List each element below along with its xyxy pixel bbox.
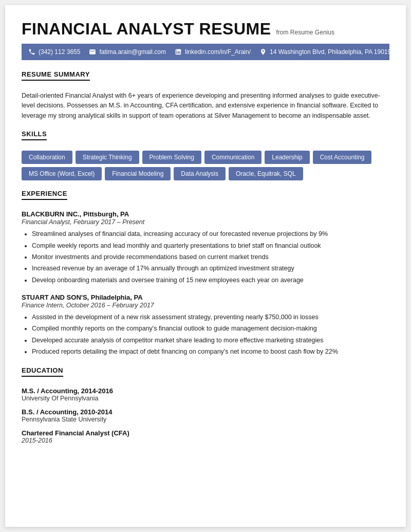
contact-linkedin: linkedin.com/in/F_Arain/ (170, 48, 255, 56)
skill-badge: Data Analysis (174, 167, 226, 180)
exp-bullet: Develop onboarding materials and oversee… (32, 276, 389, 285)
skill-badge: Oracle, Equitrak, SQL (229, 167, 303, 180)
edu-school: Pennsylvania State University (22, 416, 389, 423)
exp-bullet: Streamlined analyses of financial data, … (32, 229, 389, 239)
experience-entry: BLACKBURN INC., Pittsburgh, PAFinancial … (22, 210, 389, 285)
summary-section: RESUME SUMMARY Detail-oriented Financial… (22, 69, 389, 121)
skill-badge: Financial Modeling (105, 167, 171, 180)
from-label: from Resume Genius (276, 29, 334, 36)
email-text: fatima.arain@gmail.com (99, 48, 166, 56)
skills-title: SKILLS (22, 130, 47, 140)
email-icon (88, 48, 97, 56)
experience-entry: STUART AND SON'S, Philadelphia, PAFinanc… (22, 293, 389, 357)
education-entry: B.S. / Accounting, 2010-2014Pennsylvania… (22, 408, 389, 423)
skill-badge: Collaboration (22, 151, 72, 164)
exp-role: Finance Intern, October 2016 – February … (22, 302, 389, 309)
education-section: EDUCATION M.S. / Accounting, 2014-2016Un… (22, 365, 389, 444)
education-title: EDUCATION (22, 366, 63, 377)
linkedin-text: linkedin.com/in/F_Arain/ (185, 48, 251, 56)
skill-badge: Leadership (265, 151, 309, 164)
exp-bullets: Streamlined analyses of financial data, … (22, 229, 389, 285)
experience-title: EXPERIENCE (22, 190, 67, 200)
exp-role: Financial Analyst, February 2017 – Prese… (22, 218, 389, 226)
education-list: M.S. / Accounting, 2014-2016University O… (22, 387, 389, 444)
skill-badge: Strategic Thinking (76, 151, 139, 164)
exp-company: BLACKBURN INC., Pittsburgh, PA (22, 210, 389, 218)
summary-title: RESUME SUMMARY (22, 70, 90, 81)
skills-section: SKILLS CollaborationStrategic ThinkingPr… (22, 129, 389, 180)
edu-degree: Chartered Financial Analyst (CFA) (22, 429, 389, 437)
phone-text: (342) 112 3655 (39, 48, 80, 56)
exp-bullet: Increased revenue by an average of 17% a… (32, 264, 389, 273)
edu-school: University Of Pennsylvania (22, 395, 389, 402)
experience-section: EXPERIENCE BLACKBURN INC., Pittsburgh, P… (22, 189, 389, 357)
skill-badge: Problem Solving (142, 151, 201, 164)
contact-email: fatima.arain@gmail.com (84, 48, 170, 56)
contact-bar: (342) 112 3655 fatima.arain@gmail.com li… (22, 44, 389, 60)
phone-icon (28, 48, 36, 56)
resume-title: FINANCIAL ANALYST RESUME (22, 20, 271, 39)
exp-bullets: Assisted in the development of a new ris… (22, 313, 389, 357)
location-icon (259, 48, 267, 56)
exp-bullet: Compile weekly reports and lead monthly … (32, 241, 389, 251)
exp-company: STUART AND SON'S, Philadelphia, PA (22, 293, 389, 301)
resume-container: FINANCIAL ANALYST RESUME from Resume Gen… (5, 5, 406, 527)
skill-badge: MS Office (Word, Excel) (22, 167, 102, 180)
address-text: 14 Washington Blvd, Philadelphia, PA 190… (270, 48, 391, 56)
skills-grid: CollaborationStrategic ThinkingProblem S… (22, 151, 389, 180)
edu-degree: M.S. / Accounting, 2014-2016 (22, 387, 389, 395)
experience-list: BLACKBURN INC., Pittsburgh, PAFinancial … (22, 210, 389, 357)
summary-text: Detail-oriented Financial Analyst with 6… (22, 91, 389, 121)
header: FINANCIAL ANALYST RESUME from Resume Gen… (22, 20, 389, 39)
exp-bullet: Produced reports detailing the impact of… (32, 347, 389, 357)
linkedin-icon (174, 48, 182, 56)
contact-phone: (342) 112 3655 (28, 48, 84, 56)
education-entry: Chartered Financial Analyst (CFA)2015-20… (22, 429, 389, 444)
education-entry: M.S. / Accounting, 2014-2016University O… (22, 387, 389, 402)
skill-badge: Communication (204, 151, 261, 164)
contact-address: 14 Washington Blvd, Philadelphia, PA 190… (255, 48, 395, 56)
exp-bullet: Compiled monthly reports on the company'… (32, 324, 389, 334)
edu-years: 2015-2016 (22, 437, 389, 444)
exp-bullet: Assisted in the development of a new ris… (32, 313, 389, 322)
exp-bullet: Developed accurate analysis of competito… (32, 336, 389, 345)
skill-badge: Cost Accounting (313, 151, 372, 164)
edu-degree: B.S. / Accounting, 2010-2014 (22, 408, 389, 416)
exp-bullet: Monitor investments and provide recommen… (32, 252, 389, 262)
